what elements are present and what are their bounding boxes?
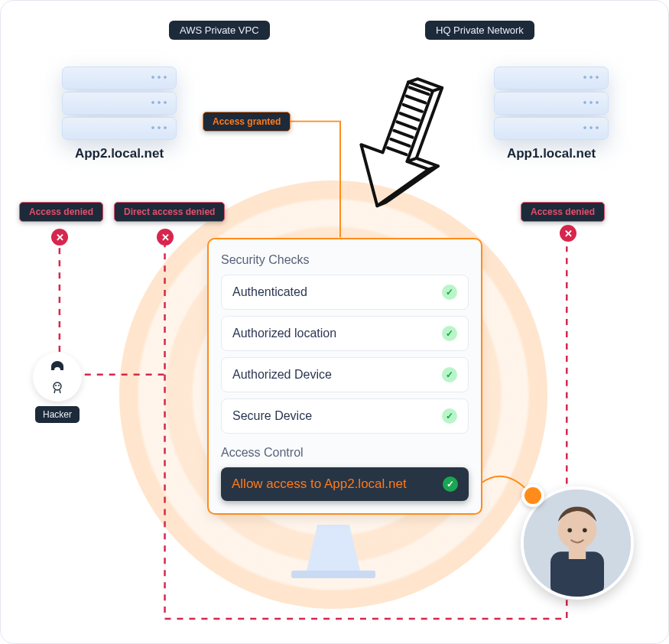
check-row-authorized-device: Authorized Device ✓ <box>221 357 469 392</box>
server-icon <box>494 67 609 140</box>
chip-direct-access-denied: Direct access denied <box>114 202 225 222</box>
server-label: App1.local.net <box>494 146 609 161</box>
svg-point-17 <box>583 528 587 532</box>
server-icon <box>62 67 177 140</box>
svg-line-3 <box>400 113 418 120</box>
check-icon: ✓ <box>442 367 457 382</box>
svg-line-2 <box>404 105 422 112</box>
hacker-label: Hacker <box>35 406 80 423</box>
check-icon: ✓ <box>442 326 457 341</box>
security-checks-title: Security Checks <box>221 253 469 267</box>
check-icon: ✓ <box>443 476 458 492</box>
svg-line-7 <box>388 148 406 154</box>
security-card: Security Checks Authenticated ✓ Authoriz… <box>207 238 482 515</box>
close-icon: ✕ <box>51 229 68 246</box>
svg-line-4 <box>397 122 415 128</box>
check-label: Authorized Device <box>232 368 332 382</box>
svg-point-11 <box>58 385 60 386</box>
chip-access-granted: Access granted <box>203 112 291 132</box>
connection-dot <box>521 484 544 507</box>
svg-line-5 <box>394 131 412 138</box>
server-label: App2.local.net <box>62 146 177 161</box>
svg-rect-15 <box>569 548 586 559</box>
svg-point-16 <box>567 528 572 532</box>
arrow-icon <box>326 61 471 235</box>
svg-line-1 <box>407 96 425 103</box>
hacker: Hacker <box>33 353 82 423</box>
allow-bar: Allow access to App2.local.net ✓ <box>221 467 469 501</box>
monitor-stand <box>291 525 375 586</box>
check-icon: ✓ <box>442 285 457 300</box>
zone-label-hq: HQ Private Network <box>425 21 534 40</box>
chip-access-denied-left: Access denied <box>19 202 103 222</box>
server-app2: App2.local.net <box>62 67 177 161</box>
chip-access-denied-right: Access denied <box>521 202 605 222</box>
svg-point-8 <box>54 367 60 373</box>
svg-line-6 <box>391 139 409 146</box>
close-icon: ✕ <box>157 229 174 246</box>
check-row-secure-device: Secure Device ✓ <box>221 398 469 434</box>
check-label: Authenticated <box>232 285 307 299</box>
diagram-canvas: AWS Private VPC HQ Private Network App2.… <box>0 0 669 644</box>
check-row-authenticated: Authenticated ✓ <box>221 275 469 310</box>
check-icon: ✓ <box>442 408 457 424</box>
check-row-authorized-location: Authorized location ✓ <box>221 316 469 351</box>
hacker-icon <box>33 353 82 402</box>
zone-label-vpc: AWS Private VPC <box>169 21 270 40</box>
check-label: Secure Device <box>232 409 312 423</box>
access-control-title: Access Control <box>221 446 469 460</box>
close-icon: ✕ <box>560 225 576 242</box>
svg-point-9 <box>54 382 61 390</box>
svg-point-10 <box>55 385 57 386</box>
server-app1: App1.local.net <box>494 67 609 161</box>
allow-label: Allow access to App2.local.net <box>232 476 407 492</box>
svg-point-13 <box>558 511 596 549</box>
check-label: Authorized location <box>232 327 336 340</box>
